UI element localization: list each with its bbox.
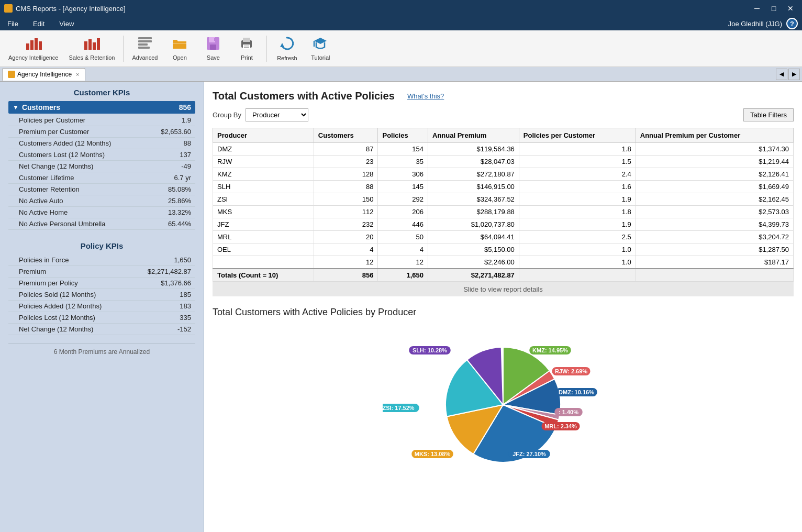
table-row[interactable]: DMZ 87 154 $119,564.36 1.8 $1,374.30 bbox=[213, 143, 794, 156]
customer-kpi-row: Customers Added (12 Months)88 bbox=[8, 138, 195, 149]
cell-policies: 306 bbox=[378, 168, 428, 181]
print-button[interactable]: Print bbox=[231, 33, 262, 64]
cell-customers: 150 bbox=[314, 193, 378, 206]
title-bar-controls: ─ □ ✕ bbox=[750, 3, 798, 14]
agency-intelligence-button[interactable]: Agency Intelligence bbox=[4, 33, 62, 64]
cell-customers: 88 bbox=[314, 181, 378, 193]
policy-kpi-row: Premium per Policy$1,376.66 bbox=[8, 278, 195, 289]
agency-intelligence-label: Agency Intelligence bbox=[8, 54, 58, 61]
cell-customers: 128 bbox=[314, 168, 378, 181]
cell-ppc: 1.0 bbox=[519, 256, 636, 269]
table-row[interactable]: RJW 23 35 $28,047.03 1.5 $1,219.44 bbox=[213, 156, 794, 168]
col-producer: Producer bbox=[213, 128, 314, 143]
minimize-button[interactable]: ─ bbox=[750, 3, 764, 14]
table-foot: Totals (Count = 10) 856 1,650 $2,271,482… bbox=[213, 269, 794, 282]
table-row[interactable]: KMZ 128 306 $272,180.87 2.4 $2,126.41 bbox=[213, 168, 794, 181]
customers-header[interactable]: ▼ Customers 856 bbox=[8, 101, 195, 114]
policy-kpi-row: Policies in Force1,650 bbox=[8, 254, 195, 266]
cell-annual-premium: $324,367.52 bbox=[428, 193, 519, 206]
group-by-label: Group By bbox=[213, 111, 241, 119]
kpi-label: No Active Auto bbox=[19, 197, 168, 205]
cell-annual-premium: $2,246.00 bbox=[428, 256, 519, 269]
kpi-label: Premium bbox=[19, 268, 148, 275]
group-by-select[interactable]: Producer bbox=[246, 108, 308, 121]
policy-kpi-row: Policies Sold (12 Months)185 bbox=[8, 289, 195, 301]
cell-ppc: 1.9 bbox=[519, 218, 636, 231]
tab-nav-next[interactable]: ▶ bbox=[788, 69, 800, 80]
tutorial-button[interactable]: Tutorial bbox=[305, 33, 336, 64]
sales-retention-icon bbox=[83, 36, 100, 53]
close-button[interactable]: ✕ bbox=[783, 3, 798, 14]
cell-producer: MKS bbox=[213, 206, 314, 218]
whats-this-link[interactable]: What's this? bbox=[407, 92, 444, 100]
pie-label: RJW: 2.69% bbox=[555, 368, 587, 374]
cell-appc: $187.17 bbox=[636, 256, 793, 269]
left-panel: Customer KPIs ▼ Customers 856 Policies p… bbox=[0, 82, 204, 532]
open-icon bbox=[172, 36, 187, 53]
open-button[interactable]: Open bbox=[164, 33, 195, 64]
kpi-label: Customers Added (12 Months) bbox=[19, 139, 184, 147]
cell-producer: MRL bbox=[213, 231, 314, 243]
table-row[interactable]: 12 12 $2,246.00 1.0 $187.17 bbox=[213, 256, 794, 269]
svg-rect-20 bbox=[244, 47, 249, 48]
table-row[interactable]: OEL 4 4 $5,150.00 1.0 $1,287.50 bbox=[213, 243, 794, 256]
menu-file[interactable]: File bbox=[4, 19, 21, 29]
svg-rect-4 bbox=[84, 41, 87, 50]
table-row[interactable]: MRL 20 50 $64,094.41 2.5 $3,204.72 bbox=[213, 231, 794, 243]
kpi-label: No Active Personal Umbrella bbox=[19, 220, 168, 228]
customers-value: 856 bbox=[179, 103, 191, 112]
customer-kpi-row: Customer Retention85.08% bbox=[8, 184, 195, 195]
svg-rect-6 bbox=[93, 42, 96, 50]
menu-edit[interactable]: Edit bbox=[30, 19, 48, 29]
kpi-label: Policies Added (12 Months) bbox=[19, 302, 180, 310]
refresh-button[interactable]: Refresh bbox=[271, 33, 303, 64]
svg-rect-11 bbox=[138, 47, 150, 49]
right-panel: Total Customers with Active Policies Wha… bbox=[204, 82, 802, 532]
svg-rect-18 bbox=[243, 45, 250, 49]
svg-rect-8 bbox=[138, 37, 152, 39]
cell-policies: 206 bbox=[378, 206, 428, 218]
table-row[interactable]: SLH 88 145 $146,915.00 1.6 $1,669.49 bbox=[213, 181, 794, 193]
pie-label: MRL: 2.34% bbox=[544, 423, 577, 429]
svg-rect-19 bbox=[244, 46, 249, 47]
app-icon bbox=[4, 4, 13, 13]
cell-policies: 50 bbox=[378, 231, 428, 243]
agency-intelligence-tab[interactable]: Agency Intelligence × bbox=[2, 68, 85, 81]
user-name[interactable]: Joe Gledhill (JJG) bbox=[728, 20, 782, 28]
tab-close-button[interactable]: × bbox=[76, 71, 79, 77]
kpi-label: Premium per Policy bbox=[19, 279, 161, 287]
advanced-button[interactable]: Advanced bbox=[128, 33, 162, 64]
open-label: Open bbox=[173, 54, 187, 61]
menu-view[interactable]: View bbox=[56, 19, 77, 29]
table-row[interactable]: ZSI 150 292 $324,367.52 1.9 $2,162.45 bbox=[213, 193, 794, 206]
pie-label: SLH: 10.28% bbox=[413, 347, 447, 353]
svg-rect-3 bbox=[39, 41, 42, 50]
totals-ppc-empty bbox=[519, 269, 636, 282]
cell-appc: $1,219.44 bbox=[636, 156, 793, 168]
cell-annual-premium: $1,020,737.80 bbox=[428, 218, 519, 231]
toolbar-separator-2 bbox=[266, 36, 267, 62]
kpi-divider bbox=[8, 230, 195, 236]
table-filters-button[interactable]: Table Filters bbox=[743, 108, 794, 121]
tab-nav-prev[interactable]: ◀ bbox=[776, 69, 787, 80]
cell-ppc: 1.0 bbox=[519, 243, 636, 256]
kpi-value: 65.44% bbox=[168, 220, 191, 228]
pie-label: : 1.40% bbox=[559, 409, 578, 415]
chart-section: Total Customers with Active Policies by … bbox=[213, 307, 794, 473]
save-button[interactable]: Save bbox=[197, 33, 229, 64]
sales-retention-button[interactable]: Sales & Retention bbox=[64, 33, 119, 64]
cell-customers: 87 bbox=[314, 143, 378, 156]
tab-label: Agency Intelligence bbox=[17, 71, 72, 78]
table-row[interactable]: MKS 112 206 $288,179.88 1.8 $2,573.03 bbox=[213, 206, 794, 218]
cell-ppc: 2.4 bbox=[519, 168, 636, 181]
cell-appc: $1,669.49 bbox=[636, 181, 793, 193]
kpi-value: $2,271,482.87 bbox=[148, 268, 191, 275]
pie-label: MKS: 13.08% bbox=[415, 451, 451, 457]
cell-customers: 12 bbox=[314, 256, 378, 269]
table-row[interactable]: JFZ 232 446 $1,020,737.80 1.9 $4,399.73 bbox=[213, 218, 794, 231]
help-icon[interactable]: ? bbox=[786, 18, 798, 29]
customer-kpi-row: No Active Personal Umbrella65.44% bbox=[8, 218, 195, 230]
maximize-button[interactable]: □ bbox=[766, 3, 781, 14]
svg-rect-5 bbox=[88, 39, 92, 50]
cell-producer: OEL bbox=[213, 243, 314, 256]
